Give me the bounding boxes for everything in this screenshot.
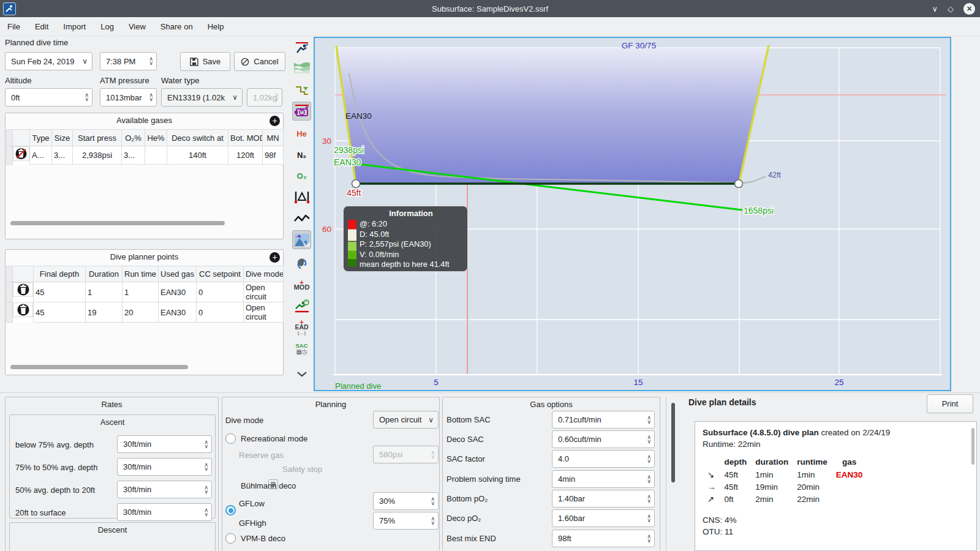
ead-button[interactable]: +EAD(…) [292,318,311,337]
waypoint-handle[interactable] [352,180,360,188]
gas-botmod[interactable]: 120ft [228,146,263,165]
toolbar-scroll-down-button[interactable] [292,367,311,381]
point-col-duration[interactable]: Duration [86,266,123,282]
atm-pressure-spinner[interactable]: 1013mbar ∧∨ [100,88,157,107]
altitude-spinner[interactable]: 0ft ∧∨ [5,88,92,107]
menu-share-on[interactable]: Share on [153,17,200,36]
delete-gas-button[interactable] [13,146,29,161]
save-button[interactable]: Save [180,52,230,71]
dive-plan-notes[interactable]: Subsurface (4.8.5.0) dive plan created o… [695,421,977,551]
menu-log[interactable]: Log [93,17,121,36]
gas-col-botmod[interactable]: Bot. MOD [228,130,263,146]
ascent-rate3-spinner[interactable]: 30ft/min∧∨ [117,481,212,498]
delete-point-button[interactable] [13,282,33,297]
vpmb-radio[interactable] [225,533,236,544]
point-setpoint[interactable]: 0 [197,302,244,323]
spin-arrows-icon[interactable]: ∧∨ [647,416,651,424]
dc-ceiling-button[interactable] [292,81,311,100]
planner-row[interactable]: 45 1 1 EAN30 0 Open circuit [7,282,284,302]
print-button[interactable]: Print [927,394,973,413]
deco-sac-spinner[interactable]: 0.60cuft/min∧∨ [552,430,655,448]
waypoint-handle[interactable] [735,180,743,188]
gas-table-row[interactable]: A... 3... 2,938psi 3... 140ft 120ft 98f [7,146,284,165]
point-divemode[interactable]: Open circuit [244,282,284,302]
profile-toolbox-button[interactable] [292,38,311,57]
recreational-radio[interactable] [225,433,236,444]
pn-he-button[interactable]: He [292,124,311,143]
gas-col-o2[interactable]: O₂% [122,130,145,146]
gas-startpress[interactable]: 2,938psi [73,146,122,165]
gflow-spinner[interactable]: 30%∧∨ [373,492,439,510]
gas-col-size[interactable]: Size [52,130,73,146]
gas-decoswitch[interactable]: 140ft [167,146,228,165]
spin-arrows-icon[interactable]: ∧∨ [204,508,208,517]
gas-col-mnd[interactable]: MN [263,130,284,146]
deco-po2-spinner[interactable]: 1.60bar∧∨ [552,509,655,527]
mod-button[interactable]: +MOD [292,275,311,294]
point-duration[interactable]: 1 [86,282,123,302]
pn-n2-button[interactable]: N₂ [292,146,311,165]
point-depth[interactable]: 45 [34,302,86,323]
gas-col-startpress[interactable]: Start press [73,130,122,146]
titlebar[interactable]: Subsurface: SampleDivesV2.ssrf ∨ ◇ × [0,0,980,17]
spin-arrows-icon[interactable]: ∧∨ [647,455,651,463]
gas-size[interactable]: 3... [52,146,73,165]
spin-arrows-icon[interactable]: ∧∨ [204,485,208,494]
po2-button[interactable]: O₂ [292,167,311,186]
spin-arrows-icon[interactable]: ∧∨ [647,435,651,444]
ascent-rate1-spinner[interactable]: 30ft/min∧∨ [117,435,212,453]
planner-row[interactable]: 45 19 20 EAN30 0 Open circuit [7,302,284,323]
ndl-button[interactable] [292,296,311,315]
point-col-gas[interactable]: Used gas [159,266,197,282]
water-type-combo[interactable]: EN13319 (1.02k ∨ [161,88,243,107]
best-mix-end-spinner[interactable]: 98ft∧∨ [552,530,655,547]
menu-file[interactable]: File [0,17,28,36]
point-duration[interactable]: 19 [86,302,123,323]
photos-button[interactable] [292,230,311,249]
dive-mode-combo[interactable]: Open circuit∨ [373,411,439,429]
ceiling-toggle-button[interactable] [292,58,311,77]
problem-time-spinner[interactable]: 4min∧∨ [552,470,655,488]
gases-hscrollbar[interactable] [10,221,225,225]
gas-type[interactable]: A... [30,146,52,165]
point-col-divemode[interactable]: Dive mode [244,266,284,282]
point-gas[interactable]: EAN30 [159,302,197,323]
gas-col-decoswitch[interactable]: Deco switch at [167,130,228,146]
gas-col-type[interactable]: Type [30,130,52,146]
spin-arrows-icon[interactable]: ∧∨ [85,93,89,102]
point-col-setpoint[interactable]: CC setpoint [197,266,244,282]
ruler-button[interactable] [292,187,311,206]
spin-arrows-icon[interactable]: ∧∨ [647,475,651,484]
point-runtime[interactable]: 20 [123,302,159,323]
menu-edit[interactable]: Edit [28,17,56,36]
point-gas[interactable]: EAN30 [159,282,197,302]
point-col-runtime[interactable]: Run time [123,266,159,282]
close-icon[interactable]: × [963,3,975,15]
point-col-depth[interactable]: Final depth [34,266,86,282]
delete-point-button[interactable] [13,302,33,317]
dive-date-combo[interactable]: Sun Feb 24, 2019 ∨ [5,52,92,70]
settings-vscrollbar[interactable] [671,403,675,482]
spin-arrows-icon[interactable]: ∧∨ [204,463,208,471]
gas-o2[interactable]: 3... [122,146,145,165]
menu-import[interactable]: Import [56,17,93,36]
spin-arrows-icon[interactable]: ∧∨ [204,440,208,449]
spin-arrows-icon[interactable]: ∧∨ [149,57,153,66]
bottom-splitter[interactable] [0,392,980,393]
dive-time-spinner[interactable]: 7:38 PM ∧∨ [100,52,157,70]
add-gas-button[interactable]: + [270,116,280,126]
minimize-icon[interactable]: ∨ [932,5,938,13]
information-tooltip[interactable]: Information @: 6:20 D: 45.0ft P: 2,557ps… [343,206,468,272]
cancel-button[interactable]: Cancel [234,52,285,71]
deco-tts-button[interactable] [292,102,311,121]
point-depth[interactable]: 45 [34,282,86,302]
spin-arrows-icon[interactable]: ∧∨ [647,495,651,503]
spin-arrows-icon[interactable]: ∧∨ [647,534,651,543]
heartrate-button[interactable] [292,209,311,228]
notes-vscrollbar[interactable] [971,428,974,465]
planner-hscrollbar[interactable] [10,365,188,369]
spin-arrows-icon[interactable]: ∧∨ [647,514,651,523]
sac-button[interactable]: SAC▦◷ [292,339,311,358]
spin-arrows-icon[interactable]: ∧∨ [431,517,435,525]
menu-help[interactable]: Help [200,17,232,36]
